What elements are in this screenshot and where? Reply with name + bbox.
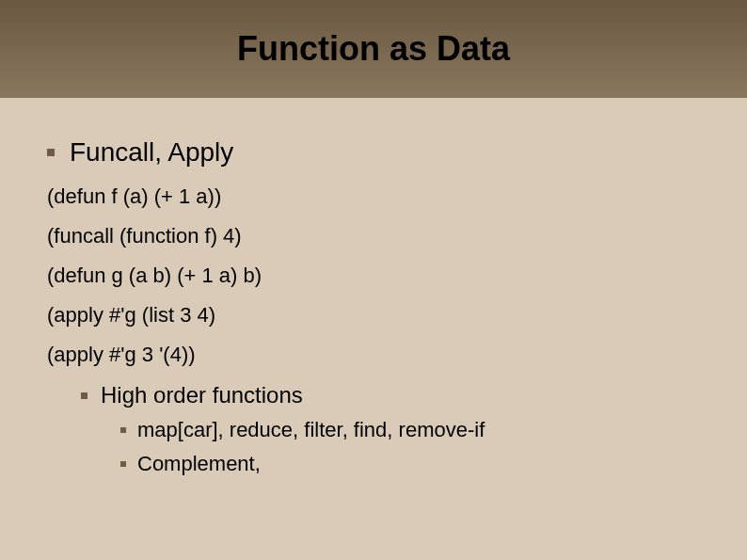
bullet-item: map[car], reduce, filter, find, remove-i… [47, 418, 700, 442]
code-line: (funcall (function f) 4) [47, 224, 700, 248]
bullet-label: High order functions [101, 382, 303, 408]
code-line: (defun f (a) (+ 1 a)) [47, 184, 700, 209]
bullet-icon [120, 427, 126, 433]
bullet-item: High order functions [47, 382, 700, 408]
slide: Function as Data Funcall, Apply (defun f… [0, 0, 747, 560]
bullet-label: Complement, [137, 452, 261, 476]
bullet-item: Complement, [47, 452, 700, 476]
code-line: (apply #'g 3 '(4)) [47, 343, 700, 367]
bullet-label: map[car], reduce, filter, find, remove-i… [137, 418, 485, 442]
bullet-icon [120, 461, 126, 467]
bullet-label: Funcall, Apply [70, 137, 233, 168]
bullet-icon [47, 149, 55, 156]
bullet-icon [81, 392, 87, 399]
code-line: (defun g (a b) (+ 1 a) b) [47, 264, 700, 288]
header-band: Function as Data [0, 0, 747, 98]
slide-content: Funcall, Apply (defun f (a) (+ 1 a)) (fu… [0, 98, 747, 476]
bullet-item: Funcall, Apply [47, 137, 700, 168]
code-line: (apply #'g (list 3 4) [47, 303, 700, 328]
slide-title: Function as Data [237, 29, 510, 69]
